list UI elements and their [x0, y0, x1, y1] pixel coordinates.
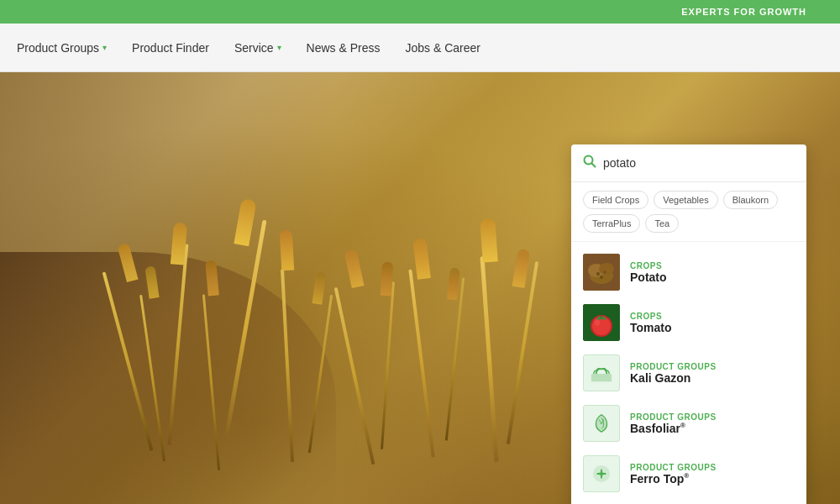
filter-tag-tea[interactable]: Tea [645, 214, 679, 233]
result-text-kali-gazon: Product Groups Kali Gazon [630, 362, 717, 385]
result-thumb-ferro-top [583, 455, 620, 492]
result-item-basfoliar[interactable]: Product Groups Basfoliar® [571, 398, 806, 449]
filter-tag-terraplus[interactable]: TerraPlus [583, 214, 640, 233]
search-input[interactable] [603, 156, 795, 170]
result-text-potato: Crops Potato [630, 261, 667, 284]
nav-label-jobs-career: Jobs & Career [406, 41, 480, 55]
result-thumb-potato [583, 254, 620, 291]
svg-line-1 [592, 164, 596, 167]
experts-label: EXPERTS FOR GROWTH [681, 7, 806, 17]
result-name-ferro-top: Ferro Top® [630, 472, 717, 486]
svg-point-8 [600, 276, 603, 279]
search-dropdown: Field Crops Vegetables Blaukorn TerraPlu… [571, 144, 806, 504]
nav-label-service: Service [234, 41, 274, 55]
result-name-kali-gazon: Kali Gazon [630, 371, 717, 385]
nav-bar: Product Groups ▾ Product Finder Service … [0, 24, 840, 72]
result-name-potato: Potato [630, 270, 667, 284]
result-item-tomato[interactable]: Crops Tomato [571, 297, 806, 348]
hero-image: Field Crops Vegetables Blaukorn TerraPlu… [0, 72, 840, 504]
nav-label-news-press: News & Press [307, 41, 381, 55]
result-item-ferro-top[interactable]: Product Groups Ferro Top® [571, 449, 806, 499]
result-text-ferro-top: Product Groups Ferro Top® [630, 463, 717, 486]
svg-point-5 [599, 263, 614, 275]
result-name-basfoliar: Basfoliar® [630, 422, 717, 435]
result-name-tomato: Tomato [630, 321, 672, 334]
filter-tags: Field Crops Vegetables Blaukorn TerraPlu… [571, 182, 806, 242]
result-category-basfoliar: Product Groups [630, 412, 717, 422]
svg-point-6 [596, 272, 600, 276]
sidebar-item-jobs-career[interactable]: Jobs & Career [406, 41, 480, 55]
svg-point-15 [599, 471, 604, 476]
result-text-basfoliar: Product Groups Basfoliar® [630, 412, 717, 435]
search-results: Crops Potato [571, 242, 806, 504]
filter-tag-field-crops[interactable]: Field Crops [583, 191, 648, 209]
svg-point-11 [592, 317, 611, 335]
search-input-wrapper[interactable] [571, 144, 806, 182]
result-thumb-kali-gazon [583, 354, 620, 391]
nav-label-product-finder: Product Finder [132, 41, 209, 55]
search-icon [583, 155, 596, 171]
sidebar-item-product-groups[interactable]: Product Groups ▾ [17, 41, 107, 55]
sidebar-item-product-finder[interactable]: Product Finder [132, 41, 209, 55]
top-bar: EXPERTS FOR GROWTH [0, 0, 840, 24]
result-text-tomato: Crops Tomato [630, 312, 672, 334]
chevron-down-icon-service: ▾ [277, 43, 281, 52]
result-thumb-tomato [583, 304, 620, 341]
svg-point-12 [595, 319, 600, 326]
result-category-kali-gazon: Product Groups [630, 362, 717, 371]
filter-tag-vegetables[interactable]: Vegetables [654, 191, 717, 209]
chevron-down-icon: ▾ [102, 43, 107, 52]
result-category-tomato: Crops [630, 312, 672, 321]
sidebar-item-news-press[interactable]: News & Press [307, 41, 381, 55]
filter-tag-blaukorn[interactable]: Blaukorn [723, 191, 778, 209]
result-category-ferro-top: Product Groups [630, 463, 717, 472]
nav-label-product-groups: Product Groups [17, 41, 99, 55]
result-thumb-basfoliar [583, 405, 620, 442]
result-category-potato: Crops [630, 261, 667, 270]
result-item-kali-gazon[interactable]: Product Groups Kali Gazon [571, 348, 806, 398]
svg-point-7 [604, 271, 606, 274]
svg-rect-13 [591, 374, 612, 381]
result-item-potato[interactable]: Crops Potato [571, 247, 806, 297]
sidebar-item-service[interactable]: Service ▾ [234, 41, 281, 55]
